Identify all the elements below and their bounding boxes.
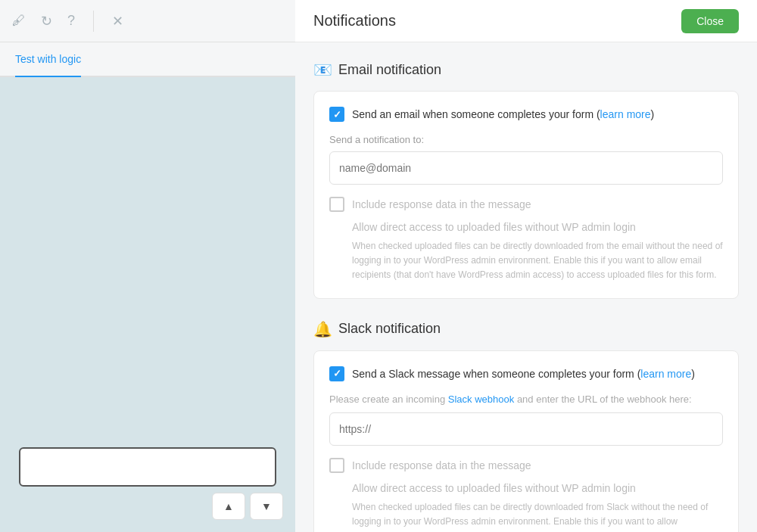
toolbar: 🖋 ↻ ? ✕ (0, 0, 295, 42)
slack-send-checkbox[interactable]: ✓ (329, 366, 344, 381)
close-button[interactable]: Close (681, 9, 739, 33)
save-icon[interactable]: 🖋 (12, 13, 26, 29)
slack-icon: 🔔 (313, 320, 332, 338)
prev-button[interactable]: ▲ (212, 493, 245, 520)
slack-send-row: ✓ Send a Slack message when someone comp… (329, 366, 723, 381)
email-icon: 📧 (313, 61, 332, 79)
left-nav: Test with logic (0, 42, 295, 77)
email-access-label: Allow direct access to uploaded files wi… (352, 221, 723, 233)
email-include-checkbox[interactable] (329, 197, 344, 212)
form-input-preview (19, 447, 276, 487)
email-input[interactable] (329, 151, 723, 185)
email-section-header: 📧 Email notification (313, 61, 739, 79)
slack-notification-card: ✓ Send a Slack message when someone comp… (313, 350, 739, 532)
email-field-label: Send a notification to: (329, 134, 723, 145)
test-with-logic-link[interactable]: Test with logic (15, 42, 81, 77)
slack-url-hint: Please create an incoming Slack webhook … (329, 394, 723, 405)
slack-send-label: Send a Slack message when someone comple… (352, 368, 695, 380)
right-header: Notifications Close (295, 0, 757, 42)
slack-checkmark-icon: ✓ (333, 369, 341, 378)
toolbar-divider (93, 11, 94, 32)
slack-webhook-link[interactable]: Slack webhook (448, 394, 514, 405)
slack-learn-more-link[interactable]: learn more (640, 368, 691, 380)
email-send-label: Send an email when someone completes you… (352, 108, 654, 120)
email-send-row: ✓ Send an email when someone completes y… (329, 107, 723, 122)
bottom-controls: ▲ ▼ (212, 493, 283, 520)
slack-access-desc: When checked uploaded files can be direc… (352, 500, 723, 529)
right-content: 📧 Email notification ✓ Send an email whe… (295, 42, 757, 532)
next-button[interactable]: ▼ (250, 493, 283, 520)
email-send-checkbox[interactable]: ✓ (329, 107, 344, 122)
slack-include-label: Include response data in the message (352, 459, 531, 471)
slack-section-header: 🔔 Slack notification (313, 320, 739, 338)
refresh-icon[interactable]: ↻ (41, 13, 52, 30)
slack-include-row: Include response data in the message (329, 458, 723, 473)
email-notification-card: ✓ Send an email when someone completes y… (313, 91, 739, 299)
checkmark-icon: ✓ (333, 110, 341, 120)
slack-include-checkbox[interactable] (329, 458, 344, 473)
email-learn-more-link[interactable]: learn more (600, 108, 651, 120)
help-icon[interactable]: ? (67, 13, 75, 29)
slack-section-title: Slack notification (338, 321, 441, 337)
email-section-title: Email notification (338, 62, 441, 78)
form-preview (8, 447, 288, 487)
slack-url-input[interactable] (329, 412, 723, 446)
email-include-label: Include response data in the message (352, 198, 531, 210)
slack-access-label: Allow direct access to uploaded files wi… (352, 482, 723, 494)
form-preview-area (0, 77, 295, 532)
close-icon[interactable]: ✕ (112, 13, 123, 30)
right-panel: Notifications Close 📧 Email notification… (295, 0, 757, 532)
page-title: Notifications (313, 12, 396, 30)
left-panel: 🖋 ↻ ? ✕ Test with logic ▲ ▼ (0, 0, 295, 532)
email-include-row: Include response data in the message (329, 197, 723, 212)
email-access-desc: When checked uploaded files can be direc… (352, 239, 723, 283)
